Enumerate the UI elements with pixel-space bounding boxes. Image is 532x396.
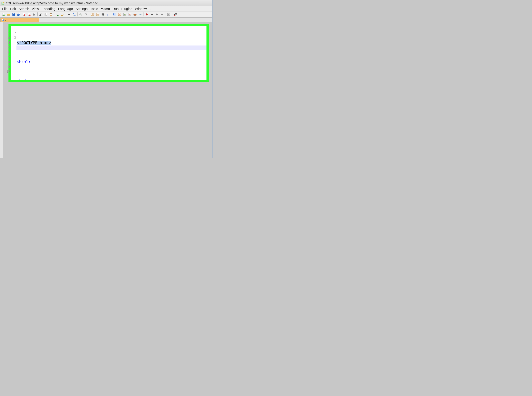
settings-icon[interactable] xyxy=(166,12,171,17)
menu-plugins[interactable]: Plugins xyxy=(120,6,134,11)
svg-rect-23 xyxy=(50,14,52,15)
zoom-in-icon[interactable] xyxy=(78,12,83,17)
svg-point-46 xyxy=(140,14,140,15)
doctype-open: <! xyxy=(17,41,21,45)
code-line[interactable]: <!DOCTYPE html> xyxy=(17,41,206,46)
show-ws-icon[interactable]: ¶ xyxy=(105,12,110,17)
code-editor[interactable]: ⊟ ⊟ <!DOCTYPE html> <html> <body> <h1><c… xyxy=(11,26,206,80)
indent-guide-icon[interactable] xyxy=(112,12,117,17)
svg-rect-8 xyxy=(18,13,20,14)
menu-search[interactable]: Search xyxy=(17,6,30,11)
close-icon[interactable] xyxy=(21,12,26,17)
func-list-icon[interactable]: fx xyxy=(127,12,132,17)
tag-name: body xyxy=(19,79,28,80)
menu-macro[interactable]: Macro xyxy=(99,6,111,11)
highlight-frame: ⊟ ⊟ <!DOCTYPE html> <html> <body> <h1><c… xyxy=(8,24,209,82)
new-file-icon[interactable] xyxy=(1,12,6,17)
replace-icon[interactable] xyxy=(72,12,77,17)
play-icon[interactable] xyxy=(155,12,159,17)
svg-rect-26 xyxy=(73,13,74,14)
svg-rect-20 xyxy=(45,13,47,15)
doctype-close: > xyxy=(49,41,51,45)
angle-close: > xyxy=(28,79,30,80)
menu-run[interactable]: Run xyxy=(111,6,120,11)
sync-v-icon[interactable] xyxy=(90,12,95,17)
svg-rect-5 xyxy=(13,15,14,15)
svg-rect-25 xyxy=(69,14,70,15)
angle-open: < xyxy=(17,60,19,64)
redo-icon[interactable] xyxy=(60,12,65,17)
spellcheck-icon[interactable]: ABC xyxy=(173,12,178,17)
svg-rect-52 xyxy=(2,19,4,20)
svg-rect-24 xyxy=(68,14,69,15)
svg-point-32 xyxy=(91,15,92,16)
fold-toggle-icon[interactable]: ⊟ xyxy=(14,32,16,34)
print-icon[interactable] xyxy=(32,12,37,17)
save-indicator-icon xyxy=(2,19,4,22)
copy-icon[interactable] xyxy=(43,12,48,17)
menu-file[interactable]: File xyxy=(1,6,9,11)
folder-icon[interactable] xyxy=(132,12,137,17)
toolbar-separator xyxy=(37,12,38,17)
svg-point-47 xyxy=(146,13,148,15)
menubar: FileEditSearchViewEncodingLanguageSettin… xyxy=(0,6,212,12)
record-icon[interactable] xyxy=(144,12,149,17)
code-line[interactable]: <html> xyxy=(17,60,206,65)
menu-settings[interactable]: Settings xyxy=(74,6,89,11)
menu-tools[interactable]: Tools xyxy=(89,6,99,11)
save-icon[interactable] xyxy=(11,12,16,17)
svg-rect-37 xyxy=(114,13,116,16)
menu-[interactable]: ? xyxy=(148,6,152,11)
word-wrap-icon[interactable] xyxy=(100,12,105,17)
fold-column: ⊟ ⊟ xyxy=(14,26,17,80)
code-line[interactable]: <body> xyxy=(17,79,206,80)
svg-text:ABC: ABC xyxy=(173,13,177,15)
user-lang-icon[interactable] xyxy=(117,12,122,17)
menu-window[interactable]: Window xyxy=(133,6,148,11)
cut-icon[interactable] xyxy=(38,12,43,17)
fold-guide-line xyxy=(15,39,15,65)
doc-map-icon[interactable] xyxy=(122,12,127,17)
save-all-icon[interactable] xyxy=(16,12,21,17)
menu-encoding[interactable]: Encoding xyxy=(40,6,57,11)
menu-edit[interactable]: Edit xyxy=(9,6,17,11)
svg-rect-4 xyxy=(13,13,14,14)
svg-rect-42 xyxy=(124,15,126,15)
toolbar-separator xyxy=(54,12,54,17)
svg-rect-48 xyxy=(151,14,153,15)
tag-name: html xyxy=(19,60,28,64)
toolbar-separator xyxy=(66,12,66,17)
line-number: 8 xyxy=(6,59,10,64)
tab-close-icon[interactable]: ✕ xyxy=(36,19,39,21)
code-lines[interactable]: <!DOCTYPE html> <html> <body> <h1><cente… xyxy=(17,26,206,80)
tabbar: w ✕ xyxy=(0,17,212,23)
sync-h-icon[interactable] xyxy=(95,12,100,17)
document-tab[interactable]: w ✕ xyxy=(0,18,39,22)
line-number: 4 xyxy=(6,40,10,45)
close-all-icon[interactable] xyxy=(27,12,32,17)
zoom-out-icon[interactable] xyxy=(84,12,89,17)
menu-language[interactable]: Language xyxy=(57,6,74,11)
svg-rect-15 xyxy=(33,13,35,14)
stop-icon[interactable] xyxy=(149,12,154,17)
app-window: C:\Users\wikih\Desktop\welcome to my web… xyxy=(0,0,212,158)
find-icon[interactable] xyxy=(67,12,72,17)
menu-view[interactable]: View xyxy=(30,6,40,11)
svg-rect-53 xyxy=(2,20,4,21)
paste-icon[interactable] xyxy=(48,12,54,17)
doctype-text: DOCTYPE html xyxy=(21,41,49,45)
line-number-gutter: 12345678910 xyxy=(6,26,10,74)
line-number: 9 xyxy=(6,64,10,69)
svg-rect-40 xyxy=(124,14,125,14)
line-number: 6 xyxy=(6,50,10,55)
toolbar: ¶fxABC xyxy=(0,12,212,17)
play-multi-icon[interactable] xyxy=(160,12,165,17)
svg-point-35 xyxy=(98,15,99,15)
monitor-icon[interactable] xyxy=(138,12,143,17)
svg-rect-27 xyxy=(74,15,76,16)
toolbar-separator xyxy=(89,12,89,17)
titlebar[interactable]: C:\Users\wikih\Desktop\welcome to my web… xyxy=(0,0,212,6)
fold-toggle-icon[interactable]: ⊟ xyxy=(14,36,16,39)
open-file-icon[interactable] xyxy=(6,12,11,17)
undo-icon[interactable] xyxy=(55,12,60,17)
